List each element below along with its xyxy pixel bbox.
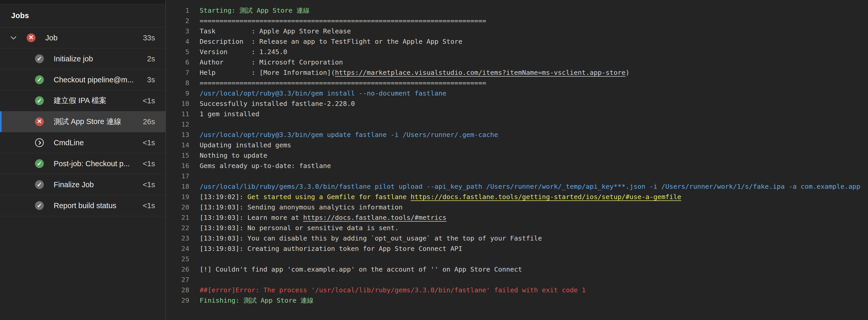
job-label: Report build status <box>54 202 138 210</box>
log-segment: [!] Couldn't find app 'com.example.app' … <box>199 265 522 273</box>
log-line-number[interactable]: 3 <box>166 26 189 36</box>
job-row-step-3[interactable]: ✓建立假 IPA 檔案<1s <box>0 91 165 111</box>
log-line-text: Author : Microsoft Corporation <box>199 57 343 67</box>
log-segment: Author : Microsoft Corporation <box>199 58 343 66</box>
log-line-number[interactable]: 21 <box>166 212 189 223</box>
log-line-number[interactable]: 16 <box>166 161 189 171</box>
log-link[interactable]: https://marketplace.visualstudio.com/ite… <box>335 69 626 76</box>
log-line-16: 16Gems already up-to-date: fastlane <box>166 161 868 171</box>
job-duration: <1s <box>143 180 155 189</box>
log-line-number[interactable]: 28 <box>166 285 189 295</box>
success-check-icon: ✓ <box>35 96 44 105</box>
log-line-20: 20[13:19:03]: Sending anonymous analytic… <box>166 202 868 212</box>
job-duration: <1s <box>143 159 155 168</box>
log-line-17: 17 <box>166 171 868 181</box>
success-check-icon: ✓ <box>35 159 44 168</box>
log-line-number[interactable]: 6 <box>166 57 189 67</box>
log-line-number[interactable]: 23 <box>166 233 189 243</box>
log-line-number[interactable]: 13 <box>166 130 189 140</box>
log-line-18: 18/usr/local/lib/ruby/gems/3.3.0/bin/fas… <box>166 181 868 191</box>
log-segment: [13:19:03]: You can disable this by addi… <box>199 234 542 242</box>
log-line-23: 23[13:19:03]: You can disable this by ad… <box>166 233 868 243</box>
job-row-step-8[interactable]: ✓Report build status<1s <box>0 195 165 216</box>
log-segment: Description : Release an app to TestFlig… <box>199 38 462 45</box>
log-line-number[interactable]: 29 <box>166 295 189 306</box>
log-line-text: [13:19:02]: Get started using a Gemfile … <box>199 191 681 202</box>
log-line-text: [13:19:03]: You can disable this by addi… <box>199 233 542 243</box>
log-segment: Nothing to update <box>199 151 267 159</box>
log-line-9: 9/usr/local/opt/ruby@3.3/bin/gem install… <box>166 88 868 98</box>
log-segment: Get started using a Gemfile for fastlane <box>247 193 410 201</box>
log-line-24: 24[13:19:03]: Creating authorization tok… <box>166 243 868 254</box>
log-segment: ) <box>626 69 629 76</box>
log-line-number[interactable]: 17 <box>166 171 189 181</box>
log-line-number[interactable]: 19 <box>166 191 189 202</box>
done-check-icon: ✓ <box>35 55 44 63</box>
log-segment: /usr/local/lib/ruby/gems/3.3.0/bin/fastl… <box>199 182 860 190</box>
job-duration: 3s <box>147 76 155 84</box>
log-segment: [13:19:03]: Sending anonymous analytics … <box>199 203 403 211</box>
job-duration: <1s <box>143 139 155 147</box>
log-line-number[interactable]: 27 <box>166 275 189 285</box>
log-line-text: /usr/local/lib/ruby/gems/3.3.0/bin/fastl… <box>199 181 860 191</box>
log-line-number[interactable]: 20 <box>166 202 189 212</box>
log-line-number[interactable]: 26 <box>166 264 189 275</box>
log-line-7: 7Help : [More Information](https://marke… <box>166 67 868 78</box>
jobs-title: Jobs <box>11 11 29 20</box>
jobs-header: Jobs <box>0 4 165 28</box>
skipped-arrow-icon <box>35 138 44 147</box>
log-line-number[interactable]: 22 <box>166 223 189 233</box>
log-line-13: 13/usr/local/opt/ruby@3.3/bin/gem update… <box>166 130 868 140</box>
log-line-number[interactable]: 11 <box>166 109 189 119</box>
log-line-number[interactable]: 25 <box>166 254 189 264</box>
log-link[interactable]: https://docs.fastlane.tools/#metrics <box>303 214 446 221</box>
log-line-number[interactable]: 7 <box>166 67 189 78</box>
job-duration: <1s <box>143 202 155 210</box>
job-row-step-6[interactable]: ✓Post-job: Checkout p...<1s <box>0 153 165 174</box>
job-row-step-4[interactable]: ×測試 App Store 連線26s <box>0 111 165 132</box>
job-row-step-1[interactable]: ✓Initialize job2s <box>0 48 165 69</box>
log-line-text: [!] Couldn't find app 'com.example.app' … <box>199 264 522 275</box>
log-line-6: 6Author : Microsoft Corporation <box>166 57 868 67</box>
log-line-number[interactable]: 4 <box>166 36 189 46</box>
log-line-text: Version : 1.245.0 <box>199 46 287 57</box>
log-line-text: [13:19:03]: Creating authorization token… <box>199 243 462 254</box>
log-line-number[interactable]: 15 <box>166 150 189 161</box>
log-line-number[interactable]: 24 <box>166 243 189 254</box>
log-line-text: Task : Apple App Store Release <box>199 26 351 36</box>
log-line-number[interactable]: 1 <box>166 5 189 15</box>
log-segment: [13:19:02]: <box>199 193 247 201</box>
job-row-step-7[interactable]: ✓Finalize Job<1s <box>0 174 165 195</box>
chevron-down-icon[interactable] <box>9 34 18 42</box>
log-line-text: /usr/local/opt/ruby@3.3/bin/gem update f… <box>199 130 498 140</box>
log-segment: ##[error]Error: The process '/usr/local/… <box>199 286 586 294</box>
job-label: CmdLine <box>54 139 138 147</box>
done-check-icon: ✓ <box>35 180 44 189</box>
log-segment: Successfully installed fastlane-2.228.0 <box>199 100 355 107</box>
log-line-text: [13:19:03]: No personal or sensitive dat… <box>199 223 399 233</box>
log-line-number[interactable]: 5 <box>166 46 189 57</box>
job-label: Job <box>45 34 139 42</box>
log-line-number[interactable]: 12 <box>166 119 189 130</box>
job-duration: 33s <box>143 34 155 42</box>
log-line-number[interactable]: 8 <box>166 78 189 88</box>
log-line-number[interactable]: 18 <box>166 181 189 191</box>
log-line-text: /usr/local/opt/ruby@3.3/bin/gem install … <box>199 88 446 98</box>
log-line-number[interactable]: 2 <box>166 15 189 26</box>
log-segment: Gems already up-to-date: fastlane <box>199 162 331 170</box>
job-duration: <1s <box>143 97 155 105</box>
log-pane[interactable]: 1Starting: 測試 App Store 連線2=============… <box>166 0 868 320</box>
job-row-step-5[interactable]: CmdLine<1s <box>0 132 165 153</box>
log-line-text: ========================================… <box>199 78 486 88</box>
log-line-29: 29Finishing: 測試 App Store 連線 <box>166 295 868 306</box>
job-label: Finalize Job <box>54 180 138 189</box>
log-line-text: Starting: 測試 App Store 連線 <box>199 5 310 15</box>
log-link[interactable]: https://docs.fastlane.tools/getting-star… <box>411 193 681 201</box>
log-line-number[interactable]: 9 <box>166 88 189 98</box>
log-line-number[interactable]: 10 <box>166 98 189 109</box>
log-segment: Starting: 測試 App Store 連線 <box>199 6 310 14</box>
job-row-step-2[interactable]: ✓Checkout pipeline@m...3s <box>0 69 165 91</box>
log-segment: ========================================… <box>199 17 486 25</box>
log-line-number[interactable]: 14 <box>166 140 189 150</box>
job-row-job[interactable]: ×Job33s <box>0 28 165 48</box>
